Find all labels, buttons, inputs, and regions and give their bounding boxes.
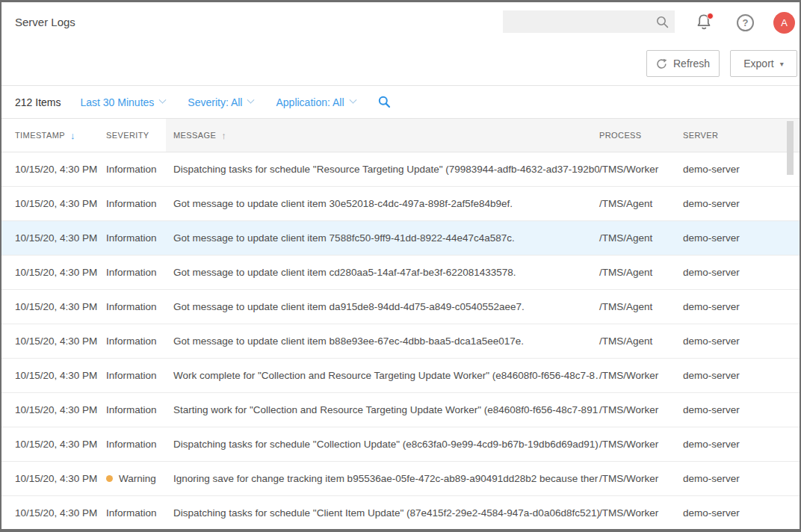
severity-label: Information bbox=[106, 232, 157, 244]
cell-server: demo-server bbox=[683, 164, 800, 175]
column-header-timestamp[interactable]: TIMESTAMP ↓ bbox=[1, 130, 106, 141]
server-logs-window: Server Logs ? A Refresh Export ▾ bbox=[0, 0, 801, 532]
search-icon bbox=[378, 96, 391, 108]
cell-timestamp: 10/15/20, 4:30 PM bbox=[1, 335, 106, 347]
cell-server: demo-server bbox=[683, 473, 800, 484]
time-range-label: Last 30 Minutes bbox=[80, 96, 154, 108]
cell-message: Dispatching tasks for schedule "Resource… bbox=[173, 164, 599, 175]
timestamp-header-label: TIMESTAMP bbox=[15, 131, 65, 140]
items-count: 212 Items bbox=[15, 96, 61, 108]
severity-label: Information bbox=[106, 439, 157, 450]
cell-timestamp: 10/15/20, 4:30 PM bbox=[1, 267, 106, 278]
refresh-button[interactable]: Refresh bbox=[646, 50, 720, 77]
page-title: Server Logs bbox=[15, 16, 75, 28]
severity-label: Information bbox=[106, 267, 157, 278]
cell-severity: Information bbox=[106, 267, 173, 278]
cell-severity: Warning bbox=[106, 473, 173, 484]
cell-message: Got message to update client item 30e520… bbox=[173, 198, 599, 209]
table-search-button[interactable] bbox=[378, 96, 391, 108]
cell-process: /TMS/Worker bbox=[599, 404, 683, 415]
cell-severity: Information bbox=[106, 404, 173, 415]
cell-message: Starting work for "Collection and Resour… bbox=[173, 404, 599, 415]
table-row[interactable]: 10/15/20, 4:30 PM Information Dispatchin… bbox=[1, 496, 800, 529]
table-row[interactable]: 10/15/20, 4:30 PM Information Got messag… bbox=[1, 324, 800, 359]
chevron-down-icon: ▾ bbox=[780, 60, 784, 68]
table-row[interactable]: 10/15/20, 4:30 PM Information Starting w… bbox=[1, 393, 800, 427]
cell-process: /TMS/Worker bbox=[599, 164, 683, 175]
avatar-initial: A bbox=[781, 17, 788, 28]
cell-timestamp: 10/15/20, 4:30 PM bbox=[1, 439, 106, 450]
cell-message: Got message to update client item da915d… bbox=[173, 301, 599, 312]
cell-process: /TMS/Worker bbox=[599, 370, 683, 381]
cell-message: Got message to update client item cd280a… bbox=[173, 267, 599, 278]
cell-server: demo-server bbox=[683, 301, 800, 312]
cell-timestamp: 10/15/20, 4:30 PM bbox=[1, 370, 106, 381]
cell-process: /TMS/Agent bbox=[599, 267, 683, 278]
column-header-server[interactable]: SERVER bbox=[683, 131, 800, 140]
table-row[interactable]: 10/15/20, 4:30 PM Warning Ignoring save … bbox=[1, 462, 800, 496]
cell-severity: Information bbox=[106, 232, 173, 244]
severity-label: Warning bbox=[119, 473, 156, 484]
process-header-label: PROCESS bbox=[599, 131, 642, 140]
cell-timestamp: 10/15/20, 4:30 PM bbox=[1, 164, 106, 175]
cell-server: demo-server bbox=[683, 267, 800, 278]
question-mark-icon: ? bbox=[743, 17, 749, 28]
column-header-process[interactable]: PROCESS bbox=[599, 131, 683, 140]
cell-severity: Information bbox=[106, 335, 173, 347]
severity-label: Information bbox=[106, 370, 157, 381]
search-icon[interactable] bbox=[656, 16, 669, 28]
column-header-severity[interactable]: SEVERITY bbox=[106, 131, 173, 140]
chevron-down-icon bbox=[159, 96, 167, 104]
notification-dot bbox=[707, 13, 714, 19]
cell-process: /TMS/Worker bbox=[599, 473, 683, 484]
severity-label: Information bbox=[106, 335, 157, 347]
table-row[interactable]: 10/15/20, 4:30 PM Information Got messag… bbox=[1, 290, 800, 324]
time-range-filter[interactable]: Last 30 Minutes bbox=[80, 96, 165, 108]
scrollbar-thumb[interactable] bbox=[787, 121, 794, 175]
table-row[interactable]: 10/15/20, 4:30 PM Information Got messag… bbox=[1, 221, 800, 256]
cell-process: /TMS/Agent bbox=[599, 198, 683, 209]
cell-severity: Information bbox=[106, 439, 173, 450]
cell-server: demo-server bbox=[683, 335, 800, 347]
table-row[interactable]: 10/15/20, 4:30 PM Information Dispatchin… bbox=[1, 152, 800, 187]
cell-timestamp: 10/15/20, 4:30 PM bbox=[1, 507, 106, 519]
chevron-down-icon bbox=[349, 96, 356, 104]
cell-message: Dispatching tasks for schedule "Client I… bbox=[173, 507, 599, 519]
cell-server: demo-server bbox=[683, 370, 800, 381]
export-label: Export bbox=[743, 58, 773, 69]
table-row[interactable]: 10/15/20, 4:30 PM Information Got messag… bbox=[1, 256, 800, 290]
refresh-label: Refresh bbox=[673, 58, 710, 69]
cell-message: Got message to update client item b88e93… bbox=[173, 335, 599, 347]
sort-desc-icon: ↓ bbox=[70, 130, 75, 141]
cell-server: demo-server bbox=[683, 404, 800, 415]
cell-severity: Information bbox=[106, 198, 173, 209]
severity-filter[interactable]: Severity: All bbox=[188, 96, 253, 108]
global-search-input[interactable] bbox=[503, 16, 656, 28]
cell-timestamp: 10/15/20, 4:30 PM bbox=[1, 301, 106, 312]
user-avatar[interactable]: A bbox=[773, 12, 795, 34]
application-filter[interactable]: Application: All bbox=[276, 96, 355, 108]
export-button[interactable]: Export ▾ bbox=[730, 50, 797, 77]
notifications-button[interactable] bbox=[696, 13, 715, 32]
cell-severity: Information bbox=[106, 301, 173, 312]
severity-label: Information bbox=[106, 198, 157, 209]
column-header-message[interactable]: MESSAGE ↑ bbox=[173, 130, 599, 141]
severity-label: Information bbox=[106, 507, 157, 519]
help-button[interactable]: ? bbox=[737, 14, 754, 31]
cell-process: /TMS/Agent bbox=[599, 301, 683, 312]
cell-server: demo-server bbox=[683, 507, 800, 519]
cell-message: Work complete for "Collection and Resour… bbox=[173, 370, 599, 381]
table-row[interactable]: 10/15/20, 4:30 PM Information Dispatchin… bbox=[1, 427, 800, 462]
cell-server: demo-server bbox=[683, 198, 800, 209]
vertical-scrollbar[interactable] bbox=[787, 119, 794, 529]
severity-header-label: SEVERITY bbox=[106, 131, 149, 140]
cell-process: /TMS/Agent bbox=[599, 232, 683, 244]
severity-label: Information bbox=[106, 404, 157, 415]
cell-severity: Information bbox=[106, 370, 173, 381]
table-row[interactable]: 10/15/20, 4:30 PM Information Got messag… bbox=[1, 187, 800, 221]
table-body: 10/15/20, 4:30 PM Information Dispatchin… bbox=[1, 152, 800, 529]
table-row[interactable]: 10/15/20, 4:30 PM Information Work compl… bbox=[1, 359, 800, 393]
message-header-label: MESSAGE bbox=[173, 131, 216, 140]
chevron-down-icon bbox=[247, 96, 255, 104]
cell-server: demo-server bbox=[683, 232, 800, 244]
